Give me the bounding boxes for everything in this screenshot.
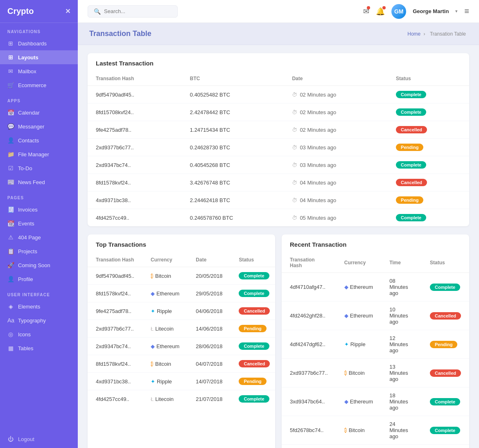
clock-icon: ⏱: [292, 109, 297, 115]
sidebar-item-newsfeed[interactable]: 📰 News Feed: [0, 175, 78, 189]
sidebar-item-invoices[interactable]: 🧾 Invoices: [0, 203, 78, 216]
status-badge: Cancelled: [430, 369, 461, 377]
col-hash: Transation Hash: [88, 72, 182, 86]
status-badge: Cancelled: [396, 179, 427, 186]
sidebar-item-label: Layouts: [18, 54, 38, 61]
breadcrumb-current: Transation Table: [430, 31, 466, 37]
breadcrumb-home[interactable]: Home: [407, 31, 420, 37]
tx-hash: 4df4247dgf62..: [282, 330, 336, 359]
file-manager-icon: 📁: [7, 151, 14, 158]
recent-tx-header-row: Transation Hash Currency Time Status: [282, 253, 469, 273]
tx-date: ⏱ 05 Minutes ago: [284, 209, 388, 227]
tx-currency: ŁLitecoin: [142, 320, 188, 338]
status-badge: Complete: [239, 290, 269, 297]
tx-date: ⏱ 03 Minutes ago: [284, 156, 388, 174]
tx-btc: 0.40525482 BTC: [182, 86, 284, 104]
sidebar-item-label: Tables: [18, 345, 34, 351]
sidebar-item-layouts[interactable]: ⊞ Layouts: [0, 50, 78, 64]
sidebar-item-projects[interactable]: 📋 Projects: [0, 244, 78, 258]
table-row: 3xd9347bc64.. ◆Ethereum 18 Minutes ago C…: [282, 387, 469, 416]
sidebar-item-profile[interactable]: 👤 Profile: [0, 272, 78, 286]
tx-currency: ✦Ripple: [336, 445, 381, 448]
tx-status: Pending: [388, 191, 469, 209]
status-badge: Pending: [239, 378, 266, 385]
status-badge: Complete: [396, 214, 426, 221]
tx-btc: 0.24628730 BTC: [182, 139, 284, 156]
status-badge: Pending: [396, 144, 423, 151]
recent-transactions-table: Transation Hash Currency Time Status 4df…: [282, 253, 469, 448]
sidebar-item-icons[interactable]: ◎ Icons: [0, 327, 78, 341]
bottom-sections: Top Transactions Transation Hash Currenc…: [88, 234, 469, 448]
sidebar-item-label: Calendar: [18, 110, 40, 116]
sidebar-item-mailbox[interactable]: ✉ Mailbox: [0, 64, 78, 78]
hamburger-icon[interactable]: ≡: [464, 7, 469, 16]
search-box[interactable]: 🔍: [88, 5, 178, 18]
sidebar-item-coming-soon[interactable]: 🚀 Coming Soon: [0, 258, 78, 272]
sidebar-item-messanger[interactable]: 💬 Messanger: [0, 119, 78, 133]
sidebar-item-tables[interactable]: ▦ Tables: [0, 341, 78, 355]
tx-status: Complete: [230, 390, 275, 408]
status-badge: Cancelled: [239, 360, 270, 367]
tx-time: 28 Minutes ago: [381, 445, 422, 448]
sidebar-item-label: Icons: [18, 331, 31, 338]
user-name[interactable]: George Martin: [413, 8, 449, 14]
contacts-icon: 👤: [7, 137, 14, 144]
sidebar-item-404[interactable]: ⚠ 404 Page: [0, 230, 78, 244]
tx-status: Cancelled: [422, 359, 469, 387]
tx-time: 24 Minutes ago: [381, 416, 422, 445]
tx-btc: 1.24715434 BTC: [182, 121, 284, 139]
status-badge: Complete: [430, 427, 460, 434]
sidebar-item-todo[interactable]: ☑ To-Do: [0, 161, 78, 175]
tx-currency: ◆Ethereum: [142, 285, 188, 302]
tx-status: Pending: [230, 320, 275, 338]
status-badge: Complete: [239, 272, 269, 279]
profile-icon: 👤: [7, 276, 14, 282]
mailbox-icon: ✉: [7, 68, 14, 74]
tx-hash: 9fe4275adf78..: [88, 121, 182, 139]
404-icon: ⚠: [7, 234, 14, 241]
newsfeed-icon: 📰: [7, 179, 14, 185]
sidebar-item-typography[interactable]: Aa Typography: [0, 313, 78, 327]
table-row: 8fd1578kvf24.. 3.42676748 BTC ⏱ 04 Minut…: [88, 174, 469, 191]
tx-hash: 4xd9371bc38..: [88, 191, 182, 209]
search-input[interactable]: [104, 8, 169, 14]
tx-time: 12 Minutes ago: [381, 330, 422, 359]
tx-date: 21/07/2018: [188, 390, 230, 408]
logout-button[interactable]: ⏻ Logout: [0, 430, 78, 448]
email-icon-button[interactable]: ✉: [363, 7, 369, 16]
table-row: 4fd4257cc49.. 0.246578760 BTC ⏱ 05 Minut…: [88, 209, 469, 227]
page-title: Transaction Table: [89, 29, 151, 38]
clock-icon: ⏱: [292, 127, 297, 133]
layouts-icon: ⊞: [7, 54, 14, 61]
sidebar-item-elements[interactable]: ◈ Elements: [0, 299, 78, 313]
sidebar-item-label: Coming Soon: [18, 262, 50, 268]
tx-hash: 4fd2462ghf28..: [282, 302, 336, 330]
tx-status: Complete: [388, 156, 469, 174]
recent-col-status: Status: [422, 253, 469, 273]
bell-icon-button[interactable]: 🔔: [376, 7, 385, 16]
content-area: Transaction Table Home › Transation Tabl…: [78, 23, 479, 448]
table-row: 4df4710afg47.. ◆Ethereum 08 Minutes ago …: [282, 273, 469, 302]
sidebar-item-file-manager[interactable]: 📁 File Manager: [0, 147, 78, 161]
sidebar-item-dashboards[interactable]: ⊞ Dashboards: [0, 36, 78, 50]
col-status: Status: [388, 72, 469, 86]
sidebar-item-label: Invoices: [18, 207, 38, 213]
sidebar-item-contacts[interactable]: 👤 Contacts: [0, 133, 78, 147]
sidebar-item-calendar[interactable]: 📅 Calendar: [0, 106, 78, 119]
top-tx-header-row: Transation Hash Currency Date Status: [88, 253, 275, 267]
table-row: 9df54790adf45.. 0.40525482 BTC ⏱ 02 Minu…: [88, 86, 469, 104]
status-badge: Complete: [396, 108, 426, 116]
sidebar-item-events[interactable]: 📆 Events: [0, 216, 78, 230]
logout-label: Logout: [18, 436, 34, 442]
user-dropdown-icon[interactable]: ▾: [455, 9, 458, 14]
top-transactions-table: Transation Hash Currency Date Status 9df…: [88, 253, 275, 407]
sidebar-item-label: Typography: [18, 317, 46, 324]
tx-time: 10 Minutes ago: [381, 302, 422, 330]
sidebar-item-label: News Feed: [18, 179, 45, 185]
tx-date: ⏱ 02 Minutes ago: [284, 104, 388, 121]
tx-hash: 9df54790adf45..: [88, 267, 142, 285]
recent-col-currency: Currency: [336, 253, 381, 273]
email-notification-dot: [367, 6, 370, 9]
sidebar-item-ecommerce[interactable]: 🛒 Ecommerce: [0, 78, 78, 92]
sidebar-close-button[interactable]: ✕: [65, 7, 70, 15]
